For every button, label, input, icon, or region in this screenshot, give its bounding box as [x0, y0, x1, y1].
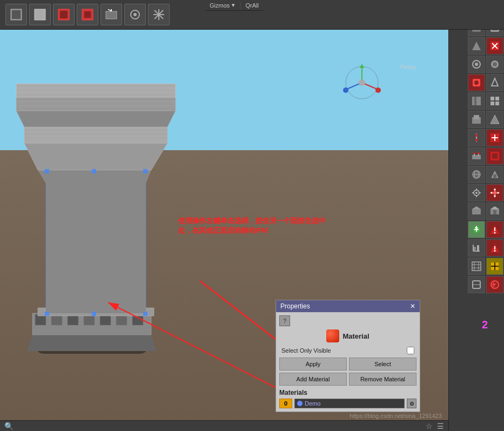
- svg-point-157: [494, 232, 496, 234]
- svg-rect-108: [474, 97, 476, 105]
- select-button[interactable]: Select: [349, 358, 416, 371]
- sidebar-icon-26[interactable]: [486, 221, 503, 238]
- svg-rect-122: [472, 155, 481, 159]
- materials-section: Materials 0 Demo ⚙: [279, 389, 416, 408]
- sidebar-icon-12[interactable]: [486, 92, 503, 110]
- scale-tool-button[interactable]: [77, 4, 98, 25]
- add-material-button[interactable]: Add Material: [279, 373, 347, 386]
- svg-marker-73: [16, 111, 176, 127]
- search-icon[interactable]: 🔍: [4, 422, 14, 430]
- svg-marker-69: [24, 127, 167, 143]
- sidebar-icon-17[interactable]: [468, 147, 485, 165]
- svg-rect-7: [106, 11, 117, 19]
- sidebar-icon-18[interactable]: [486, 147, 503, 165]
- bookmark-icon[interactable]: ☆: [426, 422, 433, 430]
- svg-marker-96: [472, 42, 481, 50]
- materials-list-row: 0 Demo ⚙: [279, 399, 416, 408]
- sidebar-icon-7[interactable]: [468, 56, 485, 73]
- sidebar-icon-15[interactable]: [468, 129, 485, 146]
- material-index-badge[interactable]: 0: [279, 399, 292, 408]
- material-name-field[interactable]: Demo: [294, 399, 405, 408]
- rect-tool-button[interactable]: [100, 4, 122, 25]
- sidebar-icon-5[interactable]: [468, 37, 485, 55]
- sidebar-icon-30[interactable]: [486, 258, 503, 275]
- sidebar-icon-22[interactable]: [486, 184, 503, 201]
- sidebar-row-9: [449, 147, 504, 165]
- gizmo-widget: [340, 61, 384, 104]
- sidebar-icon-25[interactable]: [468, 221, 485, 238]
- add-remove-row: Add Material Remove Material: [279, 373, 416, 386]
- svg-rect-6: [84, 11, 91, 18]
- properties-header: Properties ✕: [276, 300, 420, 312]
- sidebar-row-5: [449, 73, 504, 92]
- all-button[interactable]: [148, 4, 170, 25]
- bottom-bar: 🔍 ☆ ☰: [0, 420, 448, 431]
- svg-rect-2: [35, 9, 45, 20]
- sidebar-row-4: [449, 55, 504, 73]
- svg-marker-74: [16, 97, 176, 111]
- select-only-visible-checkbox[interactable]: [407, 347, 414, 354]
- svg-rect-137: [476, 195, 477, 197]
- sidebar-icon-24[interactable]: [486, 203, 503, 220]
- gizmos-label[interactable]: Gizmos: [210, 2, 230, 9]
- svg-marker-25: [27, 335, 157, 351]
- svg-marker-126: [477, 152, 480, 154]
- sidebar-icon-31[interactable]: [468, 276, 485, 293]
- svg-rect-161: [477, 245, 479, 251]
- properties-title: Properties: [280, 302, 310, 310]
- svg-point-11: [133, 13, 137, 16]
- sidebar-row-12: [449, 202, 504, 220]
- sidebar-row-11: [449, 184, 504, 202]
- svg-rect-1: [12, 10, 21, 19]
- svg-marker-68: [24, 143, 167, 170]
- svg-rect-146: [472, 209, 481, 214]
- sidebar-row-7: [449, 110, 504, 129]
- layers-icon[interactable]: ☰: [437, 422, 444, 430]
- apply-select-row: Apply Select: [279, 358, 416, 371]
- sidebar-icon-8[interactable]: [486, 56, 503, 73]
- help-button[interactable]: ?: [279, 315, 290, 326]
- svg-rect-83: [143, 312, 147, 316]
- move-tool-button[interactable]: [29, 4, 51, 25]
- remove-material-button[interactable]: Remove Material: [349, 373, 416, 386]
- properties-close-button[interactable]: ✕: [410, 302, 415, 310]
- gizmos-dropdown-icon[interactable]: ▾: [232, 2, 235, 9]
- settings-button[interactable]: [124, 4, 146, 25]
- sidebar-row-8: [449, 129, 504, 147]
- sidebar-icon-10[interactable]: [486, 74, 503, 91]
- sidebar-icon-19[interactable]: [468, 166, 485, 183]
- sidebar-row-10: [449, 165, 504, 184]
- sidebar-row-3: [449, 37, 504, 55]
- sidebar-icon-28[interactable]: [486, 239, 503, 257]
- sidebar-icon-27[interactable]: [468, 239, 485, 257]
- select-only-visible-row: Select Only Visible: [279, 347, 416, 354]
- svg-rect-136: [476, 188, 477, 191]
- materials-label: Materials: [279, 389, 416, 396]
- sidebar-icon-32[interactable]: [486, 276, 503, 293]
- svg-rect-114: [474, 115, 479, 119]
- material-settings-button[interactable]: ⚙: [407, 399, 416, 408]
- hand-tool-button[interactable]: [5, 4, 27, 25]
- material-dot-icon: [297, 401, 303, 406]
- sidebar-icon-14[interactable]: [486, 111, 503, 128]
- sidebar-icon-16[interactable]: [486, 129, 503, 146]
- sidebar-icon-21[interactable]: [468, 184, 485, 201]
- sidebar-icon-9[interactable]: [468, 74, 485, 91]
- sidebar-icon-29[interactable]: [468, 258, 485, 275]
- sidebar-icon-6[interactable]: [486, 37, 503, 55]
- sidebar-icon-23[interactable]: [468, 203, 485, 220]
- material-name-label: Demo: [305, 400, 320, 407]
- svg-point-23: [359, 79, 365, 86]
- sidebar-icon-20[interactable]: [486, 166, 503, 183]
- rotate-tool-button[interactable]: [53, 4, 75, 25]
- svg-marker-149: [490, 206, 499, 209]
- svg-marker-115: [490, 115, 499, 124]
- sidebar-icon-13[interactable]: [468, 111, 485, 128]
- svg-point-22: [343, 87, 348, 93]
- svg-rect-133: [493, 174, 496, 178]
- svg-marker-117: [475, 133, 478, 137]
- sidebar-icon-11[interactable]: [468, 92, 485, 110]
- apply-button[interactable]: Apply: [279, 358, 347, 371]
- svg-point-164: [494, 250, 496, 252]
- properties-panel: Properties ✕ ? Material Select Only Visi…: [275, 300, 420, 412]
